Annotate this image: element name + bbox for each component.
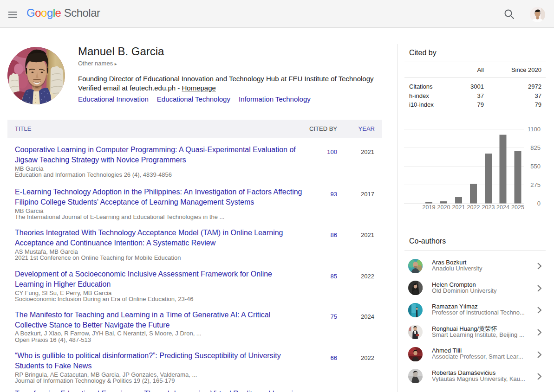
svg-text:1100: 1100 bbox=[528, 126, 541, 133]
svg-text:2021: 2021 bbox=[452, 204, 465, 211]
svg-text:550: 550 bbox=[530, 163, 541, 170]
svg-text:2023: 2023 bbox=[482, 204, 495, 211]
svg-text:0: 0 bbox=[537, 200, 541, 207]
svg-text:275: 275 bbox=[530, 181, 541, 188]
svg-text:2019: 2019 bbox=[423, 204, 436, 211]
svg-text:2025: 2025 bbox=[511, 204, 524, 211]
svg-text:2020: 2020 bbox=[437, 204, 450, 211]
svg-text:2024: 2024 bbox=[496, 204, 509, 211]
svg-text:2022: 2022 bbox=[467, 204, 480, 211]
svg-text:825: 825 bbox=[530, 144, 541, 151]
